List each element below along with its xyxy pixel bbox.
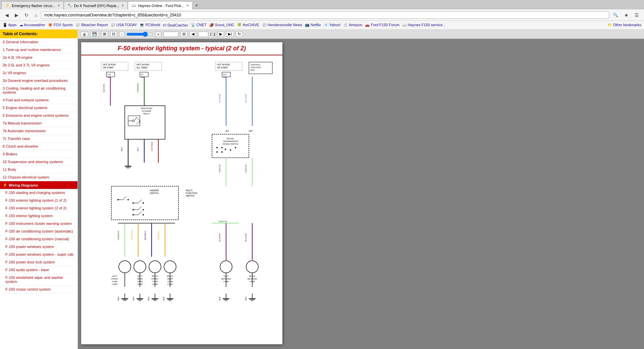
toc-item-0[interactable]: 0 General Information <box>0 38 77 46</box>
toc-sub-starting[interactable]: F-150 starting and charging systems <box>0 189 77 197</box>
svg-text:WHT/BLU: WHT/BLU <box>144 231 146 240</box>
toc-sub-interior[interactable]: F-150 interior lighting system <box>0 212 77 220</box>
search-button[interactable]: 🔍 <box>610 11 621 18</box>
svg-point-81 <box>143 202 144 204</box>
pdf-content[interactable]: F-50 exterior lighting system - typical … <box>78 39 644 349</box>
toc-item-5[interactable]: 5 Engine electrical systems <box>0 104 77 112</box>
bookmark-apps[interactable]: 📱 Apps <box>3 23 17 27</box>
toc-item-2a[interactable]: 2a 4.2L V6 engine <box>0 54 77 61</box>
menu-button[interactable]: ☰ <box>632 11 641 19</box>
toc-item-12[interactable]: 12 Chassis electrical system <box>0 173 77 181</box>
svg-text:BLK/PNK: BLK/PNK <box>245 233 247 242</box>
bookmark-netflix[interactable]: 📺 Netflix <box>305 23 321 27</box>
bookmark-usatoday[interactable]: 📰 USA TODAY <box>111 23 137 27</box>
svg-point-125 <box>220 261 232 273</box>
toc-sub-audio[interactable]: F-150 audio system - base <box>0 266 77 274</box>
new-tab-button[interactable]: + <box>193 1 200 9</box>
bookmark-amazon[interactable]: 🛒 Amazon <box>343 23 363 27</box>
bookmark-dealcatcher[interactable]: 🏷 DealCatcher <box>163 23 188 27</box>
toc-item-2b[interactable]: 2b 3.5L and 3.7L V6 engines <box>0 61 77 69</box>
pdf-zoom-input[interactable]: 150% <box>163 32 178 37</box>
bookmark-pcworld[interactable]: 💻 PCWorld <box>140 23 160 27</box>
svg-text:GRN/YEL: GRN/YEL <box>245 164 247 173</box>
toc-item-2c[interactable]: 2c V8 engines <box>0 69 77 77</box>
toc-item-1[interactable]: 1 Tune-up and routine maintenance <box>0 46 77 54</box>
bookmark-haynes[interactable]: 📖 Haynes F150 service... <box>402 23 446 27</box>
svg-text:GRN/YEL: GRN/YEL <box>219 164 221 173</box>
toc-item-6[interactable]: 6 Emissions and engine control systems <box>0 112 77 119</box>
pdf-zoom-in-btn[interactable]: + <box>155 32 161 37</box>
bookmark-yahoo[interactable]: 📧 Yahoo! <box>324 23 341 27</box>
toc-sub-ac-auto[interactable]: F-150 air conditioning system (automatic… <box>0 228 77 235</box>
bookmark-henderson[interactable]: 📰 Hendersonville News <box>262 23 302 27</box>
forward-button[interactable]: ▶ <box>12 11 21 19</box>
pdf-print-btn[interactable]: 🖨 <box>80 32 88 37</box>
tab-close-1[interactable]: ✕ <box>57 4 60 7</box>
pdf-page: F-50 exterior lighting system - typical … <box>81 42 282 344</box>
svg-text:TURN: TURN <box>112 281 118 283</box>
svg-point-84 <box>132 209 134 210</box>
svg-point-115 <box>149 261 161 273</box>
pdf-last-btn[interactable]: ▶| <box>226 31 234 37</box>
toc-sub-windows[interactable]: F-150 power windows system <box>0 243 77 251</box>
toc-sub-door-lock[interactable]: F-150 power door lock system <box>0 258 77 266</box>
bookmark-f150forum[interactable]: 🚗 Ford F150 Forum <box>365 23 399 27</box>
svg-text:JUNCTION: JUNCTION <box>251 66 261 68</box>
toc-sub-exterior2[interactable]: F-150 exterior lighting system (2 of 2) <box>0 204 77 212</box>
toc-item-10[interactable]: 10 Suspension and steering systems <box>0 158 77 166</box>
pdf-prev-btn[interactable]: ◀ <box>190 31 196 37</box>
pdf-page-current[interactable]: 1 <box>198 32 208 37</box>
bookmark-thechive[interactable]: 🍀 theCHIVE <box>237 23 259 27</box>
toc-item-7a[interactable]: 7a Manual transmission <box>0 119 77 127</box>
pdf-zoom-slider[interactable] <box>126 32 153 37</box>
pdf-zoom-out-btn[interactable]: - <box>119 32 124 37</box>
svg-text:M/T: M/T <box>249 130 253 132</box>
svg-text:OR START: OR START <box>103 66 114 69</box>
bookmark-accuweather[interactable]: ☁ Accuweather <box>19 23 45 27</box>
toc-sub-ac-manual[interactable]: F-150 air conditioning system (manual) <box>0 235 77 243</box>
pdf-grid-btn[interactable]: ⊞ <box>101 31 108 37</box>
toc-item-7b[interactable]: 7b Automatic transmission <box>0 127 77 135</box>
main-content: Table of Contents: 0 General Information… <box>0 30 644 349</box>
bookmark-other[interactable]: 📁 Other bookmarks <box>607 23 641 27</box>
bookmark-cnet[interactable]: 📡 CNET <box>191 23 207 27</box>
pdf-fit-btn[interactable]: ⊡ <box>110 31 117 37</box>
pdf-refresh-btn[interactable]: ↻ <box>236 31 243 37</box>
tab-haynes[interactable]: 📖 Haynes Online - Ford Pick... ✕ <box>128 1 193 9</box>
pdf-fit-width-btn[interactable]: ⊟ <box>180 31 187 37</box>
star-button[interactable]: ★ <box>622 11 631 19</box>
svg-text:F13: F13 <box>107 73 111 76</box>
toc-sub-windows-super[interactable]: F-150 power windows system - super cab <box>0 251 77 258</box>
svg-text:LAMP: LAMP <box>112 283 117 285</box>
tab-close-2[interactable]: ✕ <box>121 4 124 7</box>
toc-sub-instrument[interactable]: F-150 instrument cluster warning system <box>0 220 77 228</box>
svg-line-83 <box>138 206 142 210</box>
svg-text:WHT/PPL: WHT/PPL <box>103 83 105 92</box>
toc-sub-exterior1[interactable]: F-150 exterior lighting system (1 of 2) <box>0 197 77 204</box>
toc-sub-wiper[interactable]: F-150 windshield wiper and washer system <box>0 274 77 286</box>
toc-item-8[interactable]: 8 Clutch and driveline <box>0 143 77 150</box>
back-button[interactable]: ◀ <box>3 11 11 19</box>
toc-section-wiring[interactable]: ⚡ Wiring Diagrams <box>0 181 77 189</box>
tab-flasher[interactable]: ⚡ Emergency flasher circui... ✕ <box>1 1 64 9</box>
toc-item-3[interactable]: 3 Cooling, heating and air conditioning … <box>0 85 77 96</box>
toc-sub-cruise[interactable]: F-150 cruise control system <box>0 286 77 293</box>
svg-point-120 <box>164 261 176 273</box>
pdf-save-btn[interactable]: 💾 <box>90 31 99 37</box>
tab-diy[interactable]: 🔧 Do It Yourself (DIY) Repai... ✕ <box>64 1 128 9</box>
toc-item-2d[interactable]: 2d General engine overhaul procedures <box>0 77 77 85</box>
toc-item-11[interactable]: 11 Body <box>0 166 77 173</box>
toc-item-4[interactable]: 4 Fuel and exhaust systems <box>0 96 77 104</box>
bookmark-scout[interactable]: 🏈 Scout_UNC <box>209 23 234 27</box>
toc-item-9[interactable]: 9 Brakes <box>0 150 77 158</box>
bookmark-bleacher[interactable]: 📰 Bleacher Report <box>75 23 108 27</box>
refresh-button[interactable]: ↻ <box>22 11 31 19</box>
toc-item-7c[interactable]: 7c Transfer case <box>0 135 77 143</box>
bookmark-foxsports[interactable]: 🦊 FOX Sports <box>48 23 73 27</box>
toc-header: Table of Contents: <box>0 30 77 38</box>
pdf-next-btn[interactable]: ▶ <box>217 31 224 37</box>
tab-close-3[interactable]: ✕ <box>186 4 189 7</box>
address-bar[interactable] <box>41 11 609 19</box>
home-button[interactable]: ⌂ <box>32 11 40 19</box>
tab-favicon-3: 📖 <box>131 3 136 8</box>
